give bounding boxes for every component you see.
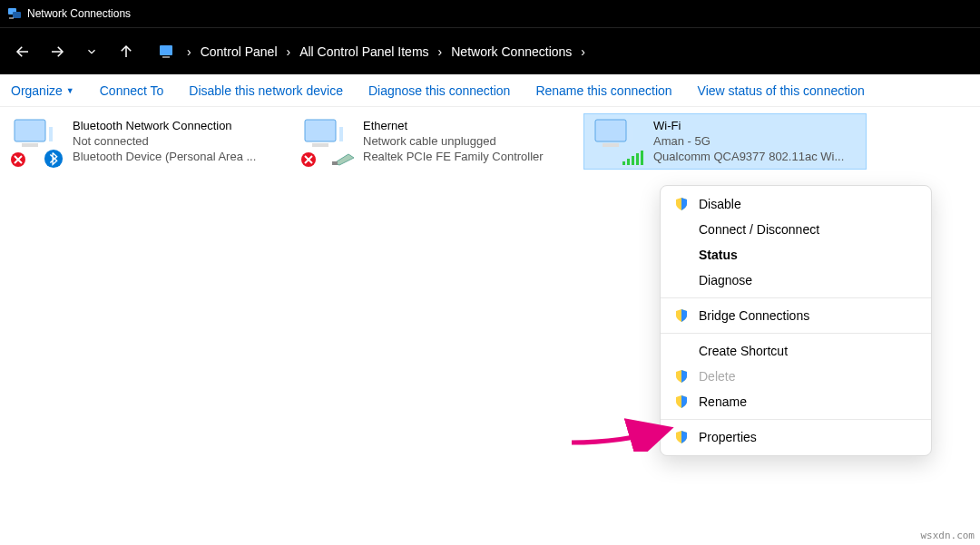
svg-rect-17 [622, 161, 625, 165]
watermark: wsxdn.com [920, 530, 975, 541]
ctx-status[interactable]: Status [661, 242, 931, 268]
diagnose-button[interactable]: Diagnose this connection [368, 83, 510, 98]
svg-rect-20 [636, 153, 639, 165]
connections-list: Bluetooth Network Connection Not connect… [0, 107, 980, 176]
svg-rect-18 [627, 159, 630, 165]
svg-rect-16 [603, 143, 619, 147]
menu-separator [661, 419, 931, 420]
recent-locations-button[interactable] [76, 36, 107, 67]
svg-rect-3 [162, 56, 170, 58]
ctx-label: Diagnose [699, 273, 752, 287]
address-bar: › Control Panel › All Control Panel Item… [0, 27, 980, 74]
window-titlebar: Network Connections [0, 0, 980, 27]
ctx-diagnose[interactable]: Diagnose [661, 268, 931, 293]
connection-icon [11, 118, 65, 165]
breadcrumb-control-panel[interactable]: Control Panel [197, 44, 281, 59]
back-button[interactable] [7, 36, 38, 67]
connect-to-button[interactable]: Connect To [100, 83, 164, 98]
connection-icon [301, 118, 356, 165]
shield-icon [673, 430, 690, 444]
ctx-properties[interactable]: Properties [661, 424, 931, 450]
svg-rect-2 [160, 45, 172, 55]
svg-rect-9 [305, 120, 336, 141]
svg-rect-1 [13, 12, 21, 18]
connection-item-wifi[interactable]: Wi-Fi Aman - 5G Qualcomm QCA9377 802.11a… [584, 114, 866, 169]
chevron-right-icon[interactable]: › [575, 44, 591, 59]
disable-device-button[interactable]: Disable this network device [189, 83, 343, 98]
svg-rect-13 [332, 161, 338, 165]
ctx-delete: Delete [661, 364, 931, 389]
connection-item-ethernet[interactable]: Ethernet Network cable unplugged Realtek… [294, 114, 584, 169]
breadcrumb-network-connections[interactable]: Network Connections [447, 44, 575, 59]
shield-icon [673, 197, 690, 211]
connection-name: Bluetooth Network Connection [73, 118, 256, 133]
ctx-label: Create Shortcut [699, 344, 788, 358]
chevron-right-icon[interactable]: › [281, 44, 297, 59]
connection-name: Wi-Fi [653, 118, 844, 133]
context-menu: Disable Connect / Disconnect Status Diag… [660, 185, 932, 456]
rename-connection-button[interactable]: Rename this connection [535, 83, 671, 98]
connection-status: Not connected [73, 133, 256, 149]
ctx-disable[interactable]: Disable [661, 191, 931, 217]
connection-name: Ethernet [363, 118, 544, 133]
ctx-label: Status [699, 248, 738, 262]
ctx-label: Rename [699, 394, 747, 409]
control-panel-icon [158, 43, 176, 61]
svg-rect-21 [641, 151, 643, 165]
up-button[interactable] [111, 36, 142, 67]
breadcrumb-all-items[interactable]: All Control Panel Items [296, 44, 432, 59]
menu-separator [661, 333, 931, 334]
ctx-connect-disconnect[interactable]: Connect / Disconnect [661, 217, 931, 242]
ctx-create-shortcut[interactable]: Create Shortcut [661, 338, 931, 364]
ctx-label: Delete [699, 369, 735, 384]
svg-rect-10 [339, 127, 343, 141]
window-title: Network Connections [27, 7, 131, 20]
ctx-label: Properties [699, 430, 757, 444]
ctx-label: Connect / Disconnect [699, 222, 819, 237]
svg-rect-11 [312, 143, 328, 147]
view-status-button[interactable]: View status of this connection [698, 83, 865, 98]
connection-device: Realtek PCIe FE Family Controller [363, 149, 544, 164]
svg-point-8 [44, 150, 63, 168]
breadcrumb[interactable]: › Control Panel › All Control Panel Item… [149, 36, 973, 67]
command-bar: Organize ▼ Connect To Disable this netwo… [0, 74, 980, 107]
ctx-label: Bridge Connections [699, 308, 809, 323]
organize-menu[interactable]: Organize ▼ [11, 83, 74, 98]
connection-status: Aman - 5G [653, 133, 844, 149]
connection-device: Qualcomm QCA9377 802.11ac Wi... [653, 149, 844, 164]
menu-separator [661, 297, 931, 298]
chevron-right-icon[interactable]: › [433, 44, 448, 59]
svg-rect-5 [49, 127, 53, 141]
shield-icon [673, 369, 690, 384]
network-icon [7, 6, 22, 21]
ctx-label: Disable [699, 197, 741, 211]
connection-status: Network cable unplugged [363, 133, 544, 149]
svg-rect-4 [15, 120, 45, 141]
svg-rect-14 [595, 120, 626, 141]
connection-device: Bluetooth Device (Personal Area ... [73, 149, 256, 164]
connection-icon [592, 118, 646, 165]
svg-rect-19 [632, 156, 634, 165]
chevron-right-icon[interactable]: › [181, 44, 197, 59]
chevron-down-icon: ▼ [66, 86, 74, 95]
organize-label: Organize [11, 83, 63, 98]
svg-rect-6 [22, 143, 38, 147]
shield-icon [673, 308, 690, 323]
connection-item-bluetooth[interactable]: Bluetooth Network Connection Not connect… [4, 114, 294, 169]
svg-rect-15 [630, 127, 633, 141]
ctx-rename[interactable]: Rename [661, 389, 931, 414]
ctx-bridge[interactable]: Bridge Connections [661, 303, 931, 328]
forward-button[interactable] [42, 36, 73, 67]
shield-icon [673, 394, 690, 409]
